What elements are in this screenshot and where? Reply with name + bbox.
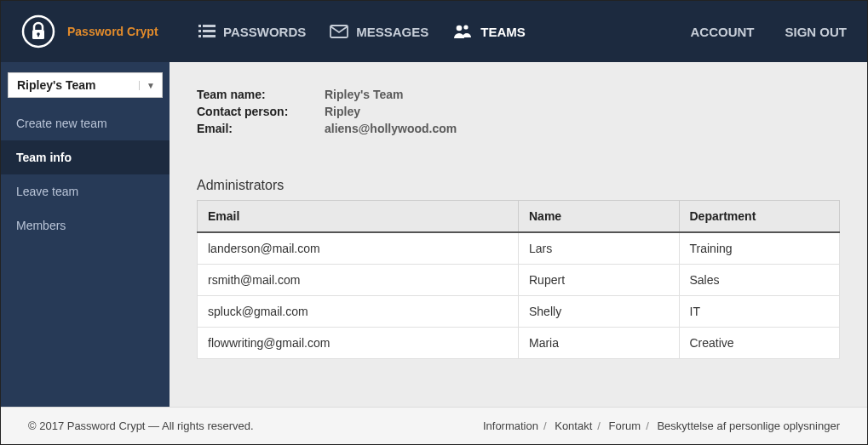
cell-dept: Training bbox=[679, 232, 840, 265]
cell-name: Maria bbox=[519, 328, 680, 359]
sign-out-link[interactable]: SIGN OUT bbox=[785, 25, 847, 39]
cell-name: Shelly bbox=[519, 296, 680, 328]
svg-point-11 bbox=[457, 26, 463, 31]
th-name: Name bbox=[519, 201, 680, 233]
label-email: Email: bbox=[197, 122, 325, 135]
account-link[interactable]: ACCOUNT bbox=[690, 25, 754, 39]
footer-copyright: © 2017 Password Crypt — All rights reser… bbox=[28, 419, 254, 432]
footer-links: Information/ Kontakt/ Forum/ Beskyttelse… bbox=[483, 419, 840, 432]
svg-point-12 bbox=[464, 25, 468, 29]
cell-dept: Sales bbox=[679, 265, 840, 296]
table-row: rsmith@mail.com Rupert Sales bbox=[198, 265, 840, 296]
footer-link-kontakt[interactable]: Kontakt bbox=[555, 419, 592, 432]
account-links: ACCOUNT SIGN OUT bbox=[690, 25, 847, 39]
svg-rect-9 bbox=[203, 35, 216, 37]
nav-messages[interactable]: MESSAGES bbox=[330, 25, 428, 39]
sidebar: Ripley's Team ▼ Create new team Team inf… bbox=[1, 62, 170, 407]
main-content: Team name: Ripley's Team Contact person:… bbox=[170, 62, 867, 407]
envelope-icon bbox=[330, 25, 348, 38]
cell-email: flowwriting@gmail.com bbox=[198, 328, 519, 359]
footer: © 2017 Password Crypt — All rights reser… bbox=[1, 407, 867, 444]
header: Password Crypt PASSWORDS bbox=[1, 1, 867, 62]
svg-rect-3 bbox=[37, 34, 39, 37]
label-team-name: Team name: bbox=[197, 88, 325, 101]
team-info-block: Team name: Ripley's Team Contact person:… bbox=[197, 88, 840, 135]
brand: Password Crypt bbox=[21, 14, 192, 48]
cell-name: Lars bbox=[519, 232, 680, 265]
lock-logo-icon bbox=[21, 14, 55, 48]
cell-email: spluck@gmail.com bbox=[198, 296, 519, 328]
svg-rect-7 bbox=[203, 30, 216, 32]
table-row: landerson@mail.com Lars Training bbox=[198, 232, 840, 265]
value-team-name: Ripley's Team bbox=[325, 88, 840, 101]
th-email: Email bbox=[198, 201, 519, 233]
nav-teams-label: TEAMS bbox=[480, 25, 526, 39]
sidebar-item-create-team[interactable]: Create new team bbox=[1, 106, 170, 140]
sidebar-item-team-info[interactable]: Team info bbox=[1, 140, 170, 174]
label-contact: Contact person: bbox=[197, 105, 325, 118]
svg-rect-8 bbox=[198, 35, 201, 37]
sidebar-item-leave-team[interactable]: Leave team bbox=[1, 174, 170, 208]
team-icon bbox=[452, 23, 473, 40]
footer-link-forum[interactable]: Forum bbox=[609, 419, 641, 432]
cell-dept: IT bbox=[679, 296, 840, 328]
th-dept: Department bbox=[679, 201, 840, 233]
footer-link-privacy[interactable]: Beskyttelse af personlige oplysninger bbox=[657, 419, 840, 432]
cell-email: rsmith@mail.com bbox=[198, 265, 519, 296]
table-header-row: Email Name Department bbox=[198, 201, 840, 233]
nav-messages-label: MESSAGES bbox=[356, 25, 428, 39]
table-row: flowwriting@gmail.com Maria Creative bbox=[198, 328, 840, 359]
list-icon bbox=[198, 24, 216, 39]
svg-rect-4 bbox=[198, 25, 201, 27]
brand-title: Password Crypt bbox=[67, 25, 158, 38]
nav-tabs: PASSWORDS MESSAGES bbox=[198, 23, 690, 40]
team-select[interactable]: Ripley's Team ▼ bbox=[8, 72, 163, 98]
cell-email: landerson@mail.com bbox=[198, 232, 519, 265]
cell-dept: Creative bbox=[679, 328, 840, 359]
nav-passwords[interactable]: PASSWORDS bbox=[198, 24, 306, 39]
chevron-down-icon: ▼ bbox=[139, 81, 155, 90]
team-select-value: Ripley's Team bbox=[17, 78, 96, 92]
footer-link-information[interactable]: Information bbox=[483, 419, 538, 432]
nav-teams[interactable]: TEAMS bbox=[452, 23, 526, 40]
sidebar-item-members[interactable]: Members bbox=[1, 208, 170, 242]
value-email: aliens@hollywood.com bbox=[325, 122, 840, 135]
admins-table: Email Name Department landerson@mail.com… bbox=[197, 200, 840, 359]
table-row: spluck@gmail.com Shelly IT bbox=[198, 296, 840, 328]
cell-name: Rupert bbox=[519, 265, 680, 296]
admins-title: Administrators bbox=[197, 178, 840, 193]
svg-rect-5 bbox=[203, 25, 216, 27]
value-contact: Ripley bbox=[325, 105, 840, 118]
svg-rect-6 bbox=[198, 30, 201, 32]
nav-passwords-label: PASSWORDS bbox=[223, 25, 306, 39]
